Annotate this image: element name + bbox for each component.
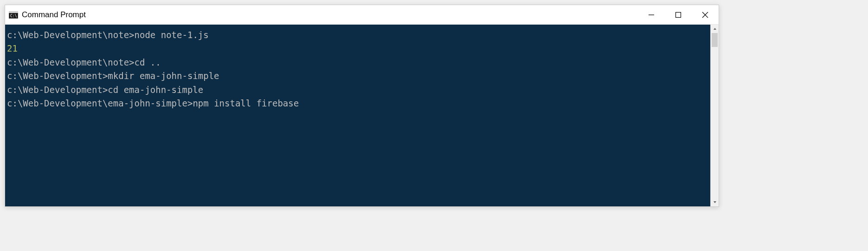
scroll-up-arrow-icon[interactable] (711, 25, 719, 33)
scroll-track[interactable] (711, 33, 719, 198)
scroll-thumb[interactable] (712, 33, 718, 47)
prompt: c:\Web-Development> (7, 85, 108, 95)
command: mkdir ema-john-simple (108, 71, 219, 81)
cmd-icon: C:\ (9, 11, 18, 19)
svg-text:C:\: C:\ (10, 14, 17, 18)
close-button[interactable] (692, 5, 719, 24)
svg-rect-1 (9, 11, 18, 13)
svg-rect-4 (676, 12, 681, 17)
terminal-line: c:\Web-Development\ema-john-simple>npm i… (5, 97, 710, 110)
terminal-line: c:\Web-Development\note>cd .. (5, 56, 710, 69)
prompt: c:\Web-Development> (7, 71, 108, 81)
window: C:\ Command Prompt c:\Web-Development\no… (5, 5, 719, 207)
command: cd .. (135, 57, 161, 67)
scroll-down-arrow-icon[interactable] (711, 198, 719, 206)
terminal-line: c:\Web-Development>cd ema-john-simple (5, 83, 710, 97)
terminal[interactable]: c:\Web-Development\note>node note-1.js 2… (5, 25, 710, 206)
command: npm install firebase (193, 98, 299, 108)
scrollbar[interactable] (710, 25, 719, 206)
terminal-output: 21 (5, 42, 710, 55)
window-controls (638, 5, 719, 24)
prompt: c:\Web-Development\note> (7, 57, 135, 67)
terminal-area: c:\Web-Development\note>node note-1.js 2… (5, 25, 719, 206)
prompt: c:\Web-Development\ema-john-simple> (7, 98, 193, 108)
terminal-line: c:\Web-Development\note>node note-1.js (5, 28, 710, 42)
minimize-button[interactable] (638, 5, 665, 24)
titlebar: C:\ Command Prompt (5, 5, 719, 25)
command: node note-1.js (135, 30, 209, 40)
prompt: c:\Web-Development\note> (7, 30, 135, 40)
window-title: Command Prompt (22, 10, 638, 20)
command: cd ema-john-simple (108, 85, 203, 95)
terminal-line: c:\Web-Development>mkdir ema-john-simple (5, 69, 710, 83)
maximize-button[interactable] (665, 5, 692, 24)
